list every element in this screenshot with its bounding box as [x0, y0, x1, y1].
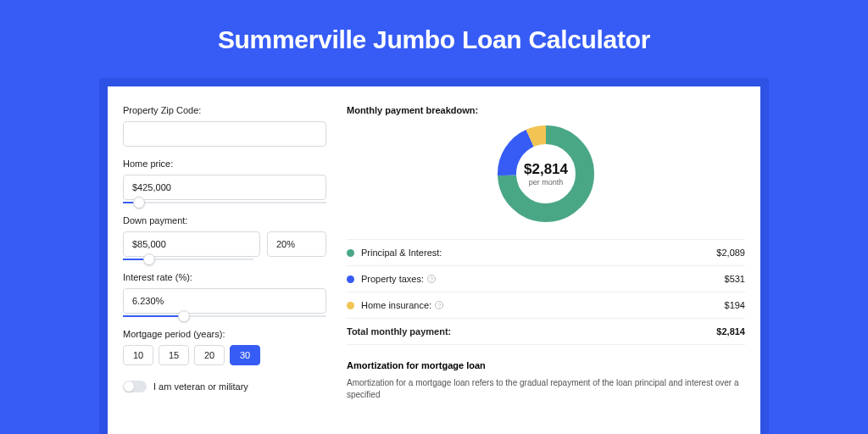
legend-label: Home insurance:?	[361, 300, 725, 310]
info-icon[interactable]: ?	[427, 275, 436, 283]
home-price-input[interactable]	[123, 175, 326, 200]
legend-label: Principal & Interest:	[361, 248, 716, 258]
interest-label: Interest rate (%):	[123, 272, 326, 282]
zip-input[interactable]	[123, 121, 326, 147]
legend: Principal & Interest:$2,089Property taxe…	[347, 239, 745, 345]
legend-total-label: Total monthly payment:	[347, 326, 716, 337]
period-option-30[interactable]: 30	[230, 345, 260, 365]
veteran-row: I am veteran or military	[123, 381, 326, 392]
veteran-toggle[interactable]	[123, 381, 147, 392]
legend-row: Principal & Interest:$2,089	[347, 240, 745, 266]
legend-dot	[347, 249, 354, 257]
page-title: Summerville Jumbo Loan Calculator	[0, 0, 868, 78]
interest-slider[interactable]	[123, 315, 326, 317]
amortization-section: Amortization for mortgage loan Amortizat…	[347, 360, 745, 401]
legend-amount: $531	[725, 274, 745, 284]
info-icon[interactable]: ?	[435, 301, 443, 309]
home-price-slider[interactable]	[123, 202, 326, 203]
period-group: Mortgage period (years): 10152030	[123, 329, 326, 365]
breakdown-column: Monthly payment breakdown: $2,814 per mo…	[347, 105, 745, 434]
home-price-group: Home price:	[123, 159, 326, 203]
interest-slider-thumb[interactable]	[178, 310, 190, 322]
donut-sub: per month	[529, 178, 564, 186]
legend-dot	[347, 275, 354, 283]
legend-dot	[347, 302, 354, 309]
period-options: 10152030	[123, 345, 326, 365]
period-label: Mortgage period (years):	[123, 329, 326, 339]
amortization-heading: Amortization for mortgage loan	[347, 360, 745, 370]
zip-group: Property Zip Code:	[123, 105, 326, 147]
period-option-10[interactable]: 10	[123, 345, 153, 365]
donut-chart: $2,814 per month	[496, 124, 596, 224]
down-payment-input[interactable]	[123, 231, 260, 257]
donut-value: $2,814	[524, 161, 568, 178]
period-option-20[interactable]: 20	[194, 345, 225, 365]
legend-label: Property taxes:?	[361, 274, 725, 284]
interest-input[interactable]	[123, 288, 326, 314]
interest-group: Interest rate (%):	[123, 272, 326, 317]
amortization-text: Amortization for a mortgage loan refers …	[347, 377, 745, 401]
down-payment-pct-input[interactable]	[267, 231, 326, 257]
down-payment-slider[interactable]	[123, 259, 253, 260]
form-column: Property Zip Code: Home price: Down paym…	[123, 105, 326, 434]
home-price-slider-thumb[interactable]	[133, 197, 145, 209]
zip-label: Property Zip Code:	[123, 105, 326, 115]
home-price-label: Home price:	[123, 159, 326, 169]
outer-frame: Property Zip Code: Home price: Down paym…	[99, 78, 769, 434]
down-payment-label: Down payment:	[123, 215, 326, 225]
legend-row: Property taxes:?$531	[347, 266, 745, 292]
period-option-15[interactable]: 15	[159, 345, 189, 365]
legend-total-amount: $2,814	[716, 326, 745, 337]
down-payment-slider-thumb[interactable]	[143, 253, 155, 265]
breakdown-heading: Monthly payment breakdown:	[347, 105, 745, 115]
down-payment-group: Down payment:	[123, 215, 326, 260]
legend-amount: $2,089	[716, 248, 745, 258]
donut-chart-wrap: $2,814 per month	[347, 124, 745, 224]
veteran-label: I am veteran or military	[153, 381, 248, 392]
legend-amount: $194	[725, 300, 745, 310]
calculator-panel: Property Zip Code: Home price: Down paym…	[108, 86, 760, 434]
legend-row: Home insurance:?$194	[347, 292, 745, 319]
legend-total-row: Total monthly payment:$2,814	[347, 319, 745, 345]
